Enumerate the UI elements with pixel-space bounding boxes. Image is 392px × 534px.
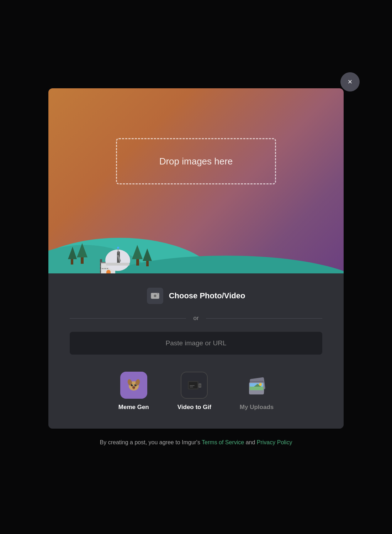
svg-rect-52: [250, 387, 263, 390]
landscape-illustration: [48, 202, 344, 273]
drop-zone-text: Drop images here: [159, 156, 233, 167]
svg-point-54: [259, 383, 262, 386]
svg-rect-27: [136, 259, 139, 266]
footer-text-before: By creating a post, you agree to Imgur's: [100, 439, 202, 445]
svg-point-32: [157, 293, 158, 294]
svg-point-36: [131, 384, 133, 386]
drop-zone[interactable]: Drop images here: [116, 138, 276, 184]
meme-gen-button[interactable]: Meme Gen: [118, 372, 149, 411]
paste-url-input[interactable]: [70, 332, 322, 355]
divider-left: [70, 318, 186, 319]
divider-right: [206, 318, 322, 319]
svg-point-25: [117, 247, 119, 249]
svg-rect-18: [105, 268, 106, 269]
meme-gen-icon: [120, 372, 147, 399]
svg-point-40: [132, 386, 135, 388]
photo-video-icon: [147, 288, 163, 304]
meme-gen-label: Meme Gen: [118, 404, 149, 411]
svg-point-31: [154, 295, 156, 297]
svg-rect-16: [102, 268, 103, 269]
or-text: or: [193, 315, 198, 322]
svg-rect-4: [81, 257, 84, 264]
video-to-gif-button[interactable]: Video to Gif: [178, 372, 211, 411]
video-to-gif-icon: [181, 372, 208, 399]
modal-overlay: × Drop images here: [0, 0, 392, 534]
or-divider: or: [70, 315, 322, 322]
svg-rect-22: [106, 263, 129, 266]
my-uploads-icon: [243, 372, 270, 399]
my-uploads-button[interactable]: My Uploads: [240, 372, 274, 411]
footer: By creating a post, you agree to Imgur's…: [48, 439, 344, 446]
video-to-gif-label: Video to Gif: [178, 404, 211, 411]
upload-modal: Drop images here: [48, 88, 344, 429]
svg-point-38: [132, 384, 133, 385]
close-icon: ×: [348, 77, 353, 87]
svg-point-39: [136, 384, 136, 385]
choose-photo-row[interactable]: Choose Photo/Video: [147, 288, 245, 304]
bottom-section: Choose Photo/Video or: [48, 273, 344, 429]
modal-wrapper: × Drop images here: [48, 88, 344, 446]
svg-rect-17: [104, 268, 105, 269]
svg-rect-6: [71, 259, 73, 265]
close-button[interactable]: ×: [340, 72, 360, 91]
svg-point-37: [134, 384, 137, 386]
svg-rect-44: [190, 387, 193, 387]
svg-rect-29: [146, 261, 149, 266]
hero-section[interactable]: Drop images here: [48, 88, 344, 273]
my-uploads-label: My Uploads: [240, 404, 274, 411]
choose-photo-label: Choose Photo/Video: [169, 291, 245, 300]
privacy-policy-link[interactable]: Privacy Policy: [257, 439, 292, 445]
svg-rect-24: [118, 248, 118, 253]
footer-text-middle: and: [244, 439, 257, 445]
svg-rect-43: [190, 385, 195, 386]
terms-of-service-link[interactable]: Terms of Service: [202, 439, 244, 445]
tools-row: Meme Gen: [70, 372, 322, 411]
svg-rect-19: [107, 268, 108, 269]
svg-point-46: [199, 384, 201, 387]
